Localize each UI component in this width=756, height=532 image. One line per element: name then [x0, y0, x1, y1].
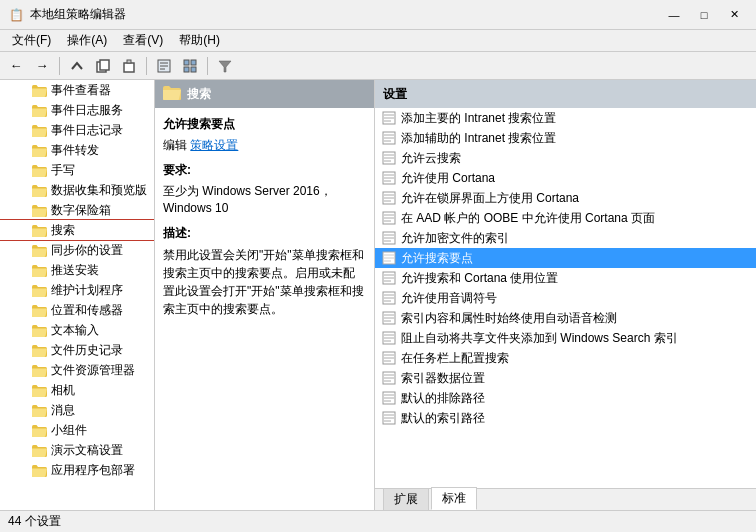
- policy-settings-link[interactable]: 策略设置: [190, 138, 238, 152]
- tree-item-label: 维护计划程序: [51, 282, 123, 299]
- settings-item-label: 允许搜索和 Cortana 使用位置: [401, 270, 558, 287]
- tree-item[interactable]: 应用程序包部署: [0, 460, 154, 480]
- tree-item-label: 事件日志记录: [51, 122, 123, 139]
- filter-button[interactable]: [213, 55, 237, 77]
- tree-item-label: 文本输入: [51, 322, 99, 339]
- back-button[interactable]: ←: [4, 55, 28, 77]
- tree-item-label: 应用程序包部署: [51, 462, 135, 479]
- tree-item-label: 位置和传感器: [51, 302, 123, 319]
- folder-icon: [32, 403, 48, 417]
- tree-pane: 事件查看器事件日志服务事件日志记录事件转发手写数据收集和预览版数字保险箱搜索同步…: [0, 80, 155, 510]
- tree-item[interactable]: 演示文稿设置: [0, 440, 154, 460]
- settings-item[interactable]: 索引器数据位置: [375, 368, 756, 388]
- up-button[interactable]: [65, 55, 89, 77]
- toolbar-separator-2: [146, 57, 147, 75]
- settings-item[interactable]: 索引内容和属性时始终使用自动语音检测: [375, 308, 756, 328]
- tree-item[interactable]: 事件日志记录: [0, 120, 154, 140]
- maximize-button[interactable]: □: [690, 5, 718, 25]
- folder-icon: [32, 443, 48, 457]
- settings-item[interactable]: 允许使用 Cortana: [375, 168, 756, 188]
- menu-view[interactable]: 查看(V): [115, 30, 171, 51]
- tree-item[interactable]: 维护计划程序: [0, 280, 154, 300]
- policy-icon: [381, 370, 397, 386]
- settings-item[interactable]: 阻止自动将共享文件夹添加到 Windows Search 索引: [375, 328, 756, 348]
- tree-item[interactable]: 同步你的设置: [0, 240, 154, 260]
- right-panel: 设置 添加主要的 Intranet 搜索位置 添加辅助的 Intranet 搜索…: [375, 80, 756, 510]
- edit-policy-link-row: 编辑 策略设置: [163, 137, 366, 154]
- settings-item[interactable]: 添加辅助的 Intranet 搜索位置: [375, 128, 756, 148]
- copy-button[interactable]: [91, 55, 115, 77]
- settings-item[interactable]: 允许云搜索: [375, 148, 756, 168]
- settings-item[interactable]: 添加主要的 Intranet 搜索位置: [375, 108, 756, 128]
- settings-item[interactable]: 在 AAD 帐户的 OOBE 中允许使用 Cortana 页面: [375, 208, 756, 228]
- title-bar-controls: — □ ✕: [660, 5, 748, 25]
- tree-item[interactable]: 手写: [0, 160, 154, 180]
- policy-icon: [381, 330, 397, 346]
- tree-item-label: 同步你的设置: [51, 242, 123, 259]
- tree-item-label: 相机: [51, 382, 75, 399]
- settings-item[interactable]: 允许搜索和 Cortana 使用位置: [375, 268, 756, 288]
- tree-item[interactable]: 小组件: [0, 420, 154, 440]
- settings-item[interactable]: 允许搜索要点: [375, 248, 756, 268]
- settings-item-label: 允许使用音调符号: [401, 290, 497, 307]
- menu-help[interactable]: 帮助(H): [171, 30, 228, 51]
- tree-item[interactable]: 数据收集和预览版: [0, 180, 154, 200]
- settings-item-label: 允许加密文件的索引: [401, 230, 509, 247]
- folder-icon: [32, 463, 48, 477]
- menu-action[interactable]: 操作(A): [59, 30, 115, 51]
- tree-item[interactable]: 文本输入: [0, 320, 154, 340]
- close-button[interactable]: ✕: [720, 5, 748, 25]
- view-button[interactable]: [178, 55, 202, 77]
- policy-icon: [381, 130, 397, 146]
- tree-item[interactable]: 事件查看器: [0, 80, 154, 100]
- right-panel-header: 设置: [375, 80, 756, 108]
- tree-item[interactable]: 事件转发: [0, 140, 154, 160]
- tree-item[interactable]: 推送安装: [0, 260, 154, 280]
- tree-item[interactable]: 数字保险箱: [0, 200, 154, 220]
- tree-item[interactable]: 相机: [0, 380, 154, 400]
- forward-button[interactable]: →: [30, 55, 54, 77]
- minimize-button[interactable]: —: [660, 5, 688, 25]
- settings-item-label: 允许搜索要点: [401, 250, 473, 267]
- tree-item[interactable]: 事件日志服务: [0, 100, 154, 120]
- settings-item[interactable]: 允许在锁屏界面上方使用 Cortana: [375, 188, 756, 208]
- tree-item[interactable]: 文件资源管理器: [0, 360, 154, 380]
- folder-icon: [32, 283, 48, 297]
- policy-icon: [381, 250, 397, 266]
- policy-icon: [381, 230, 397, 246]
- settings-item-label: 默认的索引路径: [401, 410, 485, 427]
- tree-item-label: 事件查看器: [51, 82, 111, 99]
- menu-file[interactable]: 文件(F): [4, 30, 59, 51]
- settings-item[interactable]: 允许使用音调符号: [375, 288, 756, 308]
- tree-item[interactable]: 位置和传感器: [0, 300, 154, 320]
- middle-panel-folder-icon: [163, 85, 181, 104]
- tab-标准[interactable]: 标准: [431, 487, 477, 510]
- folder-icon: [32, 143, 48, 157]
- toolbar-separator-3: [207, 57, 208, 75]
- tree-item-label: 数字保险箱: [51, 202, 111, 219]
- paste-button[interactable]: [117, 55, 141, 77]
- settings-item[interactable]: 允许加密文件的索引: [375, 228, 756, 248]
- settings-item-label: 索引内容和属性时始终使用自动语音检测: [401, 310, 617, 327]
- tree-item-label: 搜索: [51, 222, 75, 239]
- settings-list: 添加主要的 Intranet 搜索位置 添加辅助的 Intranet 搜索位置 …: [375, 108, 756, 488]
- policy-icon: [381, 110, 397, 126]
- tree-item[interactable]: 消息: [0, 400, 154, 420]
- settings-item[interactable]: 默认的排除路径: [375, 388, 756, 408]
- tree-item[interactable]: 搜索: [0, 220, 154, 240]
- tree-item[interactable]: 文件历史记录: [0, 340, 154, 360]
- toolbar: ← →: [0, 52, 756, 80]
- policy-icon: [381, 210, 397, 226]
- folder-icon: [32, 323, 48, 337]
- settings-item[interactable]: 在任务栏上配置搜索: [375, 348, 756, 368]
- folder-icon: [32, 183, 48, 197]
- tab-扩展[interactable]: 扩展: [383, 488, 429, 510]
- folder-icon: [32, 83, 48, 97]
- settings-item-label: 添加主要的 Intranet 搜索位置: [401, 110, 556, 127]
- allow-search-title: 允许搜索要点: [163, 116, 366, 133]
- properties-button[interactable]: [152, 55, 176, 77]
- policy-icon: [381, 270, 397, 286]
- menu-bar: 文件(F) 操作(A) 查看(V) 帮助(H): [0, 30, 756, 52]
- settings-item[interactable]: 默认的索引路径: [375, 408, 756, 428]
- tree-item-label: 数据收集和预览版: [51, 182, 147, 199]
